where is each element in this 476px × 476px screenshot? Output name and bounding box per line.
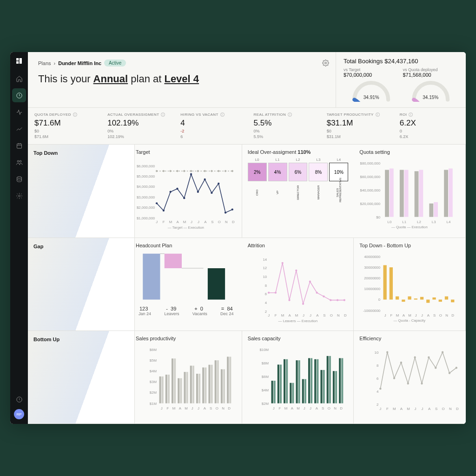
svg-text:L3: L3 <box>432 220 436 225</box>
plan-level[interactable]: Level 4 <box>164 73 199 85</box>
svg-text:J: J <box>198 220 199 225</box>
svg-rect-64 <box>434 202 438 217</box>
chart-topdown_bottomup: Top Down - Bottom Up-1000000001000000020… <box>354 238 466 331</box>
svg-text:2: 2 <box>264 309 266 313</box>
svg-point-4 <box>17 176 21 178</box>
metric-sub2: $31.1M <box>327 134 386 140</box>
avatar[interactable]: RP <box>14 409 24 419</box>
plan-type[interactable]: Annual <box>93 73 128 85</box>
overassign-table: L0 2% CRO L1 4% VP L2 6% DIRECTOR L3 8% … <box>248 158 349 202</box>
header-left: Plans › Dunder Mifflin Inc Active This i… <box>28 52 336 107</box>
svg-text:N: N <box>222 406 225 410</box>
svg-rect-73 <box>165 253 182 268</box>
svg-rect-190 <box>290 383 291 403</box>
svg-rect-116 <box>390 267 393 299</box>
svg-rect-59 <box>430 204 434 217</box>
nav-people[interactable] <box>12 155 26 169</box>
svg-text:$5,000,000: $5,000,000 <box>137 175 155 179</box>
nav-plans[interactable] <box>12 88 26 102</box>
sidebar: RP <box>10 52 28 424</box>
nav-home[interactable] <box>12 72 26 86</box>
svg-text:O: O <box>330 313 332 317</box>
svg-text:A: A <box>291 406 293 410</box>
svg-text:20000000: 20000000 <box>364 276 381 280</box>
nav-trends[interactable] <box>12 122 26 136</box>
svg-text:D: D <box>452 313 455 317</box>
svg-point-231 <box>400 362 402 364</box>
svg-point-29 <box>176 188 178 190</box>
plan-settings-button[interactable] <box>322 60 329 68</box>
svg-rect-62 <box>404 170 409 217</box>
metric-sub1: $0 <box>34 129 94 134</box>
svg-rect-168 <box>223 369 225 403</box>
svg-rect-198 <box>339 358 341 403</box>
svg-rect-63 <box>419 170 423 217</box>
svg-text:6: 6 <box>377 376 379 380</box>
svg-text:$2M: $2M <box>262 401 269 405</box>
svg-text:F: F <box>163 220 165 225</box>
svg-text:L1: L1 <box>403 220 407 225</box>
svg-text:S: S <box>435 406 437 410</box>
svg-point-86 <box>281 262 283 264</box>
svg-text:$4M: $4M <box>150 369 157 373</box>
svg-text:A: A <box>403 313 405 317</box>
svg-text:14: 14 <box>263 257 267 261</box>
info-icon[interactable]: i <box>288 112 292 117</box>
info-icon[interactable]: i <box>376 112 380 117</box>
svg-text:M: M <box>172 406 176 410</box>
svg-text:$20,000,000: $20,000,000 <box>360 202 381 206</box>
svg-rect-165 <box>205 367 206 403</box>
row-label: Top Down <box>28 145 135 238</box>
svg-rect-119 <box>408 296 411 299</box>
svg-text:6: 6 <box>264 292 267 296</box>
svg-rect-160 <box>174 358 176 403</box>
nav-settings[interactable] <box>12 189 26 203</box>
breadcrumb-root[interactable]: Plans <box>38 60 51 66</box>
total-bookings-title: Total Bookings $24,437,160 <box>344 58 458 65</box>
svg-rect-205 <box>311 358 312 403</box>
svg-text:M: M <box>297 406 300 410</box>
metric-hiring vs vacant: HIRING VS VACANTi 4 -2 6 <box>173 108 246 144</box>
svg-text:$4,000,000: $4,000,000 <box>137 185 155 189</box>
svg-text:A: A <box>176 220 179 225</box>
info-icon[interactable]: i <box>220 112 225 117</box>
info-icon[interactable]: i <box>161 112 165 117</box>
info-icon[interactable]: i <box>73 112 77 117</box>
metric-label: REAL ATTRITIONi <box>254 112 313 117</box>
chart-title: Quota setting <box>359 149 460 155</box>
svg-text:A: A <box>204 220 207 225</box>
svg-point-31 <box>190 173 192 175</box>
svg-text:A: A <box>204 406 206 410</box>
metric-sub1: 0 <box>400 129 459 134</box>
svg-text:$2M: $2M <box>150 390 157 395</box>
svg-text:D: D <box>232 220 235 225</box>
svg-point-21 <box>204 170 205 172</box>
header: Plans › Dunder Mifflin Inc Active This i… <box>28 52 466 108</box>
svg-text:$6M: $6M <box>150 348 157 352</box>
nav-history[interactable] <box>12 392 26 406</box>
svg-rect-158 <box>162 377 164 403</box>
svg-rect-207 <box>323 370 324 403</box>
chart-grid: Top Down Target$1,000,000$2,000,000$3,00… <box>28 145 466 424</box>
svg-rect-187 <box>271 381 273 403</box>
nav-data[interactable] <box>12 172 26 186</box>
svg-text:$80,000,000: $80,000,000 <box>360 161 381 165</box>
svg-text:N: N <box>449 406 452 410</box>
metric-value: $71.6M <box>34 119 94 128</box>
svg-text:M: M <box>284 406 287 410</box>
svg-point-232 <box>407 383 409 384</box>
svg-point-89 <box>302 303 304 304</box>
svg-point-228 <box>379 388 381 390</box>
nav-activity[interactable] <box>12 105 26 119</box>
svg-rect-189 <box>284 359 285 403</box>
svg-text:M: M <box>281 313 284 317</box>
svg-rect-124 <box>439 299 442 302</box>
info-icon[interactable]: i <box>409 112 413 117</box>
svg-text:8: 8 <box>377 363 379 367</box>
svg-point-91 <box>316 291 317 293</box>
svg-point-87 <box>288 299 290 301</box>
svg-rect-72 <box>143 253 160 299</box>
svg-text:A: A <box>427 313 430 317</box>
svg-point-18 <box>183 170 185 172</box>
nav-calendar[interactable] <box>12 139 26 152</box>
